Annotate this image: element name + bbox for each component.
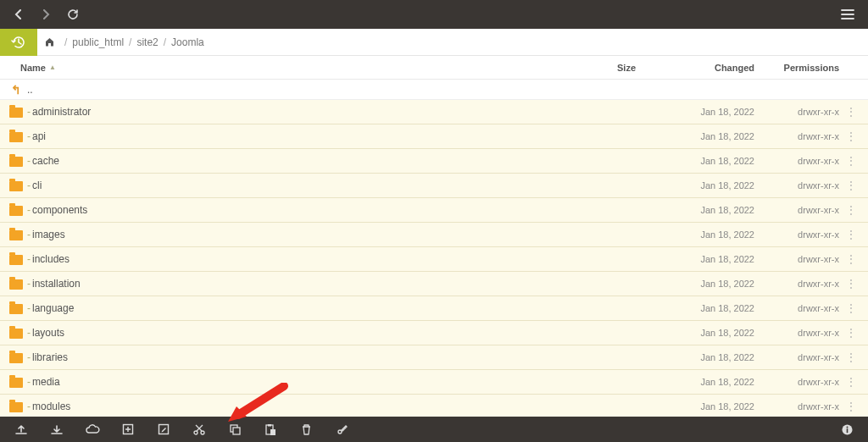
row-menu-button[interactable]: ⋮ bbox=[839, 106, 856, 118]
folder-icon bbox=[9, 378, 23, 388]
folder-name: -libraries bbox=[25, 351, 568, 363]
folder-icon bbox=[9, 353, 23, 363]
breadcrumb-sep: / bbox=[164, 36, 166, 48]
delete-button[interactable] bbox=[293, 417, 319, 441]
row-menu-button[interactable]: ⋮ bbox=[839, 401, 856, 412]
svg-point-3 bbox=[201, 431, 204, 434]
folder-row[interactable]: -modules Jan 18, 2022 drwxr-xr-x ⋮ bbox=[0, 395, 868, 417]
folder-name: -media bbox=[25, 376, 568, 388]
folder-permissions: drwxr-xr-x bbox=[754, 401, 839, 412]
parent-label: .. bbox=[25, 84, 568, 96]
folder-row[interactable]: -images Jan 18, 2022 drwxr-xr-x ⋮ bbox=[0, 223, 868, 247]
folder-changed: Jan 18, 2022 bbox=[636, 180, 754, 191]
folder-icon bbox=[9, 108, 23, 118]
folder-row[interactable]: -includes Jan 18, 2022 drwxr-xr-x ⋮ bbox=[0, 247, 868, 272]
bottom-toolbar bbox=[0, 417, 868, 442]
folder-row[interactable]: -installation Jan 18, 2022 drwxr-xr-x ⋮ bbox=[0, 272, 868, 296]
forward-button[interactable] bbox=[34, 3, 58, 26]
folder-permissions: drwxr-xr-x bbox=[754, 279, 839, 289]
cut-button[interactable] bbox=[186, 417, 212, 441]
col-changed-header[interactable]: Changed bbox=[636, 63, 754, 73]
row-menu-button[interactable]: ⋮ bbox=[839, 278, 856, 290]
folder-row[interactable]: -api Jan 18, 2022 drwxr-xr-x ⋮ bbox=[0, 124, 868, 149]
folder-name: -includes bbox=[25, 253, 568, 265]
edit-button[interactable] bbox=[151, 417, 176, 441]
folder-row[interactable]: -media Jan 18, 2022 drwxr-xr-x ⋮ bbox=[0, 370, 868, 395]
svg-point-2 bbox=[194, 431, 198, 434]
row-menu-button[interactable]: ⋮ bbox=[839, 155, 856, 167]
up-arrow-icon: ↰ bbox=[11, 83, 21, 97]
breadcrumb-item[interactable]: Joomla bbox=[171, 36, 204, 48]
folder-permissions: drwxr-xr-x bbox=[754, 229, 839, 240]
breadcrumb-item[interactable]: site2 bbox=[136, 36, 158, 48]
col-name-label: Name bbox=[20, 63, 46, 73]
folder-icon bbox=[9, 402, 23, 412]
folder-name: -api bbox=[25, 130, 568, 142]
row-menu-button[interactable]: ⋮ bbox=[839, 130, 856, 142]
folder-icon bbox=[9, 132, 23, 142]
folder-icon bbox=[9, 230, 23, 240]
folder-name: -modules bbox=[25, 401, 568, 412]
folder-name: -cli bbox=[25, 180, 568, 191]
folder-icon bbox=[9, 206, 23, 216]
folder-icon bbox=[9, 279, 23, 290]
folder-permissions: drwxr-xr-x bbox=[754, 254, 839, 264]
folder-permissions: drwxr-xr-x bbox=[754, 328, 839, 338]
parent-directory-row[interactable]: ↰ .. bbox=[0, 80, 868, 100]
cloud-button[interactable] bbox=[80, 417, 105, 441]
top-toolbar bbox=[0, 0, 868, 29]
folder-changed: Jan 18, 2022 bbox=[636, 328, 754, 338]
row-menu-button[interactable]: ⋮ bbox=[839, 204, 856, 216]
folder-name: -administrator bbox=[25, 106, 568, 118]
folder-permissions: drwxr-xr-x bbox=[754, 377, 839, 387]
upload-button[interactable] bbox=[8, 417, 34, 441]
breadcrumb-sep: / bbox=[129, 36, 131, 48]
folder-icon bbox=[9, 329, 23, 339]
row-menu-button[interactable]: ⋮ bbox=[839, 302, 856, 314]
row-menu-button[interactable]: ⋮ bbox=[839, 351, 856, 363]
row-menu-button[interactable]: ⋮ bbox=[839, 229, 856, 240]
folder-name: -installation bbox=[25, 278, 568, 290]
folder-row[interactable]: -cli Jan 18, 2022 drwxr-xr-x ⋮ bbox=[0, 174, 868, 198]
settings-button[interactable] bbox=[329, 417, 354, 441]
breadcrumb: / public_html / site2 / Joomla bbox=[37, 36, 211, 48]
row-menu-button[interactable]: ⋮ bbox=[839, 180, 856, 191]
col-name-header[interactable]: Name ▲ bbox=[20, 63, 568, 73]
row-menu-button[interactable]: ⋮ bbox=[839, 253, 856, 265]
col-permissions-header[interactable]: Permissions bbox=[754, 63, 839, 73]
folder-permissions: drwxr-xr-x bbox=[754, 156, 839, 166]
folder-row[interactable]: -libraries Jan 18, 2022 drwxr-xr-x ⋮ bbox=[0, 345, 868, 370]
paste-button[interactable] bbox=[258, 417, 283, 441]
folder-changed: Jan 18, 2022 bbox=[636, 254, 754, 264]
new-button[interactable] bbox=[115, 417, 141, 441]
folder-row[interactable]: -language Jan 18, 2022 drwxr-xr-x ⋮ bbox=[0, 296, 868, 321]
back-button[interactable] bbox=[7, 3, 31, 26]
folder-name: -language bbox=[25, 302, 568, 314]
folder-row[interactable]: -administrator Jan 18, 2022 drwxr-xr-x ⋮ bbox=[0, 100, 868, 124]
folder-name: -components bbox=[25, 204, 568, 216]
folder-permissions: drwxr-xr-x bbox=[754, 131, 839, 141]
svg-rect-8 bbox=[270, 429, 275, 435]
menu-button[interactable] bbox=[836, 3, 860, 26]
folder-row[interactable]: -components Jan 18, 2022 drwxr-xr-x ⋮ bbox=[0, 198, 868, 223]
copy-button[interactable] bbox=[222, 417, 248, 441]
folder-changed: Jan 18, 2022 bbox=[636, 156, 754, 166]
row-menu-button[interactable]: ⋮ bbox=[839, 376, 856, 388]
row-menu-button[interactable]: ⋮ bbox=[839, 327, 856, 339]
history-button[interactable] bbox=[0, 29, 37, 56]
folder-icon bbox=[9, 255, 23, 265]
folder-row[interactable]: -cache Jan 18, 2022 drwxr-xr-x ⋮ bbox=[0, 149, 868, 174]
download-button[interactable] bbox=[44, 417, 70, 441]
folder-changed: Jan 18, 2022 bbox=[636, 229, 754, 240]
svg-point-9 bbox=[338, 430, 342, 434]
refresh-button[interactable] bbox=[61, 3, 85, 26]
folder-row[interactable]: -layouts Jan 18, 2022 drwxr-xr-x ⋮ bbox=[0, 321, 868, 345]
info-button[interactable] bbox=[834, 417, 860, 441]
breadcrumb-sep: / bbox=[64, 36, 67, 48]
folder-name: -cache bbox=[25, 155, 568, 167]
home-icon[interactable] bbox=[44, 36, 59, 47]
breadcrumb-item[interactable]: public_html bbox=[72, 36, 124, 48]
folder-permissions: drwxr-xr-x bbox=[754, 180, 839, 191]
folder-changed: Jan 18, 2022 bbox=[636, 401, 754, 412]
col-size-header[interactable]: Size bbox=[568, 63, 636, 73]
